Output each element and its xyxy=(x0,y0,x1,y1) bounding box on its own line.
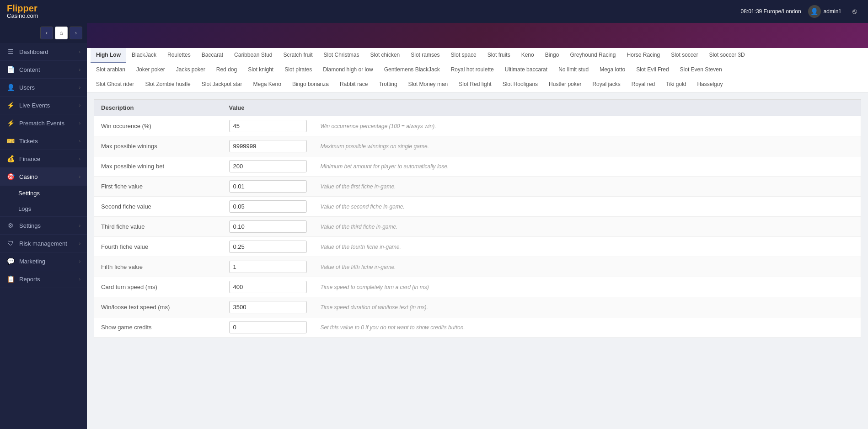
prematch-icon: ⚡ xyxy=(6,119,15,127)
tab-jacks-poker[interactable]: Jacks poker xyxy=(171,63,211,77)
sidebar-prematch-inner: ⚡ Prematch Events xyxy=(6,119,64,127)
sidebar-risk-label: Risk management xyxy=(19,240,67,247)
tab-slot-red-light[interactable]: Slot Red light xyxy=(453,77,497,92)
tab-horse-racing[interactable]: Horse Racing xyxy=(621,48,665,63)
value-input-winloose-text-speed[interactable] xyxy=(229,301,307,313)
tab-slot-ghost-rider[interactable]: Slot Ghost rider xyxy=(91,77,139,92)
sidebar-item-prematch-events[interactable]: ⚡ Prematch Events › xyxy=(0,114,87,132)
tab-slot-fruits[interactable]: Slot fruits xyxy=(482,48,516,63)
sidebar-dashboard-label: Dashboard xyxy=(19,48,48,55)
tab-diamond-high-low[interactable]: Diamond high or low xyxy=(317,63,378,77)
table-row: Card turn speed (ms)Time speed to comple… xyxy=(94,277,861,297)
row-value-cell-fifth-fiche-value xyxy=(222,257,314,277)
sidebar-item-finance[interactable]: 💰 Finance › xyxy=(0,150,87,168)
tab-mega-keno[interactable]: Mega Keno xyxy=(247,77,286,92)
tab-slot-knight[interactable]: Slot knight xyxy=(242,63,279,77)
row-hint-winloose-text-speed: Time speed duration of win/lose text (in… xyxy=(314,297,861,317)
row-hint-win-occurrence: Win occurrence percentage (100 = always … xyxy=(314,116,861,136)
logo: Flipper Casino.com xyxy=(7,3,38,19)
tab-slot-chicken[interactable]: Slot chicken xyxy=(365,48,406,63)
tab-slot-hooligans[interactable]: Slot Hooligans xyxy=(497,77,543,92)
sidebar-item-users[interactable]: 👤 Users › xyxy=(0,79,87,97)
tab-red-dog[interactable]: Red dog xyxy=(211,63,242,77)
sidebar-item-dashboard[interactable]: ☰ Dashboard › xyxy=(0,43,87,61)
row-hint-first-fiche-value: Value of the first fiche in-game. xyxy=(314,177,861,197)
tab-joker-poker[interactable]: Joker poker xyxy=(131,63,171,77)
tab-high-low[interactable]: High Low xyxy=(91,48,126,63)
tab-slot-space[interactable]: Slot space xyxy=(445,48,482,63)
tab-trotting[interactable]: Trotting xyxy=(373,77,402,92)
logout-button[interactable]: ⎋ xyxy=(848,5,861,18)
row-description-max-possible-wining-bet: Max possible wining bet xyxy=(94,156,222,177)
value-input-win-occurrence[interactable] xyxy=(229,120,307,132)
sidebar-item-settings-main[interactable]: ⚙ Settings › xyxy=(0,217,87,235)
finance-arrow-icon: › xyxy=(79,156,80,161)
sidebar-users-label: Users xyxy=(19,84,35,91)
settings-main-icon: ⚙ xyxy=(6,222,15,229)
tab-greyhound-racing[interactable]: Greyhound Racing xyxy=(564,48,621,63)
sidebar-item-tickets[interactable]: 🎫 Tickets › xyxy=(0,132,87,150)
value-input-fourth-fiche-value[interactable] xyxy=(229,241,307,253)
tab-baccarat[interactable]: Baccarat xyxy=(196,48,229,63)
value-input-fifth-fiche-value[interactable] xyxy=(229,261,307,273)
value-input-second-fiche-value[interactable] xyxy=(229,200,307,213)
tab-slot-even-steven[interactable]: Slot Even Steven xyxy=(675,63,728,77)
value-input-third-fiche-value[interactable] xyxy=(229,220,307,233)
tab-slot-jackpot-star[interactable]: Slot Jackpot star xyxy=(196,77,248,92)
tab-keno[interactable]: Keno xyxy=(516,48,540,63)
user-avatar-icon: 👤 xyxy=(808,5,821,18)
tab-bingo-bonanza[interactable]: Bingo bonanza xyxy=(287,77,334,92)
tab-slot-christmas[interactable]: Slot Christmas xyxy=(318,48,365,63)
tab-hustler-poker[interactable]: Hustler poker xyxy=(543,77,587,92)
tab-no-limit-stud[interactable]: No limit stud xyxy=(553,63,594,77)
sidebar-sub-logs[interactable]: Logs xyxy=(0,201,87,217)
topbar-right: 08:01:39 Europe/London 👤 admin1 ⎋ xyxy=(741,5,861,18)
tab-royal-hot-roulette[interactable]: Royal hot roulette xyxy=(445,63,499,77)
tab-bingo[interactable]: Bingo xyxy=(540,48,565,63)
tickets-arrow-icon: › xyxy=(79,139,80,144)
nav-home-button[interactable]: ⌂ xyxy=(55,27,68,39)
tab-slot-pirates[interactable]: Slot pirates xyxy=(279,63,317,77)
nav-forward-button[interactable]: › xyxy=(70,27,82,39)
sidebar-item-marketing[interactable]: 💬 Marketing › xyxy=(0,252,87,270)
sidebar-risk-inner: 🛡 Risk management xyxy=(6,240,67,247)
sidebar-item-content[interactable]: 📄 Content › xyxy=(0,61,87,79)
tab-hasselguy[interactable]: Hasselguy xyxy=(691,77,728,92)
sidebar-item-live-events[interactable]: ⚡ Live Events › xyxy=(0,97,87,114)
finance-icon: 💰 xyxy=(6,155,15,162)
tab-mega-lotto[interactable]: Mega lotto xyxy=(594,63,631,77)
tab-blackjack[interactable]: BlackJack xyxy=(126,48,162,63)
tab-slot-evil-fred[interactable]: Slot Evil Fred xyxy=(631,63,674,77)
value-input-max-possible-wining-bet[interactable] xyxy=(229,160,307,172)
tab-slot-soccer-3d[interactable]: Slot soccer 3D xyxy=(704,48,750,63)
logo-line1: Flipper xyxy=(7,3,38,13)
table-row: Max possible wining betMinimum bet amoun… xyxy=(94,156,861,177)
tab-slot-zombie-hustle[interactable]: Slot Zombie hustle xyxy=(139,77,196,92)
tab-ultimate-baccarat[interactable]: Ultimate baccarat xyxy=(499,63,553,77)
value-input-first-fiche-value[interactable] xyxy=(229,180,307,193)
sidebar-item-casino[interactable]: 🎯 Casino › xyxy=(0,168,87,186)
tab-roulettes[interactable]: Roulettes xyxy=(162,48,196,63)
tab-scratch-fruit[interactable]: Scratch fruit xyxy=(278,48,318,63)
tab-caribbean-stud[interactable]: Caribbean Stud xyxy=(229,48,278,63)
value-input-card-turn-speed[interactable] xyxy=(229,281,307,293)
value-input-max-possible-winnings[interactable] xyxy=(229,140,307,152)
tab-slot-money-man[interactable]: Slot Money man xyxy=(403,77,454,92)
tab-rabbit-race[interactable]: Rabbit race xyxy=(334,77,373,92)
tab-tiki-gold[interactable]: Tiki gold xyxy=(660,77,691,92)
tab-gentlemens-blackjack[interactable]: Gentlemens BlackJack xyxy=(379,63,445,77)
row-description-winloose-text-speed: Win/loose text speed (ms) xyxy=(94,297,222,317)
nav-back-button[interactable]: ‹ xyxy=(40,27,53,39)
sidebar-item-reports[interactable]: 📋 Reports › xyxy=(0,270,87,288)
value-input-show-game-credits[interactable] xyxy=(229,321,307,333)
tab-slot-arabian[interactable]: Slot arabian xyxy=(91,63,131,77)
tab-slot-soccer[interactable]: Slot soccer xyxy=(665,48,703,63)
tab-slot-ramses[interactable]: Slot ramses xyxy=(405,48,445,63)
tab-royal-red[interactable]: Royal red xyxy=(626,77,660,92)
row-value-cell-show-game-credits xyxy=(222,317,314,338)
sidebar-dashboard-inner: ☰ Dashboard xyxy=(6,48,48,55)
sidebar-sub-settings[interactable]: Settings xyxy=(0,186,87,201)
tab-royal-jacks[interactable]: Royal jacks xyxy=(587,77,626,92)
sidebar-item-risk-management[interactable]: 🛡 Risk management › xyxy=(0,235,87,252)
row-hint-card-turn-speed: Time speed to completely turn a card (in… xyxy=(314,277,861,297)
